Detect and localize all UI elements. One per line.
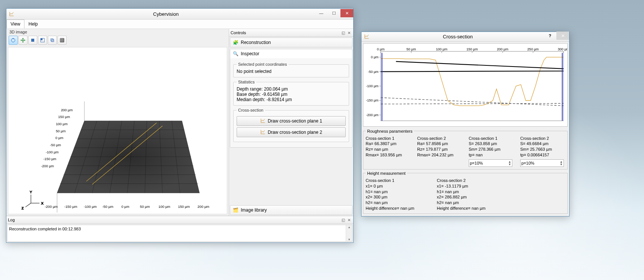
- controls-header[interactable]: Controls ◱ ✕: [229, 29, 353, 37]
- svg-text:-150 µm: -150 µm: [64, 205, 77, 209]
- log-header[interactable]: Log ◱ ✕: [6, 216, 353, 224]
- log-message: Reconstruction completed in 00:12.983: [9, 227, 81, 231]
- h-c2-h1: h1= nan µm: [437, 189, 485, 195]
- main-window: Cybervision — ☐ ✕ View Help 3D image: [6, 8, 354, 243]
- r-c2a-rmax: Rmax= 204.232 µm: [417, 152, 462, 158]
- maximize-button[interactable]: ☐: [328, 9, 340, 17]
- image-library-label: Image library: [241, 207, 267, 213]
- log-scrollbar[interactable]: [346, 225, 352, 241]
- h-c1-x2: x2= 300 µm: [366, 194, 414, 200]
- reconstruction-icon: 🧩: [232, 39, 238, 45]
- svg-rect-4: [51, 39, 53, 41]
- roughness-legend: Roughness paramenters: [366, 129, 414, 133]
- svg-text:200 µm: 200 µm: [197, 205, 210, 209]
- svg-text:50 µm: 50 µm: [407, 47, 416, 51]
- tool-copy-button[interactable]: [48, 36, 57, 45]
- group-statistics: Statistics Depth range: 200.064 µm Base …: [233, 80, 349, 106]
- svg-text:100 µm: 100 µm: [56, 122, 68, 126]
- tool-select-button[interactable]: [28, 36, 37, 45]
- r-c1a-ra: Ra= 66.3807 µm: [366, 141, 410, 147]
- dock-float-icon[interactable]: ◱: [340, 217, 346, 222]
- svg-text:-50 µm: -50 µm: [50, 143, 61, 147]
- svg-rect-5: [52, 39, 54, 42]
- svg-text:-200 µm: -200 µm: [366, 113, 378, 117]
- statistics-legend: Statistics: [237, 80, 256, 84]
- dock-float-icon[interactable]: ◱: [340, 30, 346, 35]
- svg-text:-50 µm: -50 µm: [368, 70, 378, 73]
- svg-text:-100 µm: -100 µm: [84, 205, 97, 209]
- svg-text:-150 µm: -150 µm: [43, 157, 56, 161]
- stat-base-depth: Base depth: -9.61458 µm: [237, 92, 346, 97]
- log-body[interactable]: Reconstruction completed in 00:12.983: [7, 225, 352, 242]
- chart-icon: [364, 33, 370, 39]
- svg-text:150 µm: 150 µm: [466, 47, 478, 51]
- r-c2b-s: S= 49.6684 µm: [520, 141, 565, 147]
- svg-text:Z: Z: [21, 206, 24, 210]
- close-button[interactable]: ✕: [340, 9, 353, 17]
- height-legend: Height measurement: [366, 171, 407, 176]
- cross-titlebar[interactable]: Cross-section ? ✕: [361, 32, 569, 42]
- r-c1b-title: Cross-section 1: [469, 136, 513, 141]
- svg-text:Y: Y: [30, 190, 32, 194]
- svg-text:0 µm: 0 µm: [122, 205, 129, 209]
- menu-help[interactable]: Help: [24, 20, 42, 29]
- spinner-icon[interactable]: ▲▼: [508, 160, 511, 166]
- svg-text:100 µm: 100 µm: [158, 205, 170, 209]
- menubar: View Help: [6, 20, 353, 29]
- reconstruction-label: Reconstruction: [241, 40, 271, 45]
- accordion-image-library[interactable]: 🗂️ Image library: [230, 205, 352, 215]
- accordion-reconstruction[interactable]: 🧩 Reconstruction: [230, 38, 352, 47]
- svg-text:200 µm: 200 µm: [497, 47, 508, 51]
- svg-text:150 µm: 150 µm: [58, 115, 70, 119]
- stat-depth-range: Depth range: 200.064 µm: [237, 86, 346, 92]
- draw-plane-2-button[interactable]: Draw cross-section plane 2: [237, 127, 346, 137]
- h-c2-h2: h2= nan µm: [437, 200, 485, 206]
- tool-texture-button[interactable]: [38, 36, 47, 45]
- close-button[interactable]: ✕: [556, 32, 569, 40]
- r-c2a-title: Cross-section 2: [417, 136, 462, 141]
- cross-section-window: Cross-section ? ✕ 0 µm50 µm100 µm150 µm2…: [361, 32, 570, 216]
- chart-icon: [260, 129, 266, 136]
- r-c2b-tp: tp= 0.00664157: [520, 152, 565, 158]
- accordion-inspector: 🔍 Inspector Selected point coordinates N…: [230, 49, 352, 148]
- main-titlebar[interactable]: Cybervision — ☐ ✕: [6, 9, 353, 20]
- menu-view[interactable]: View: [6, 20, 24, 29]
- svg-rect-3: [41, 38, 43, 40]
- image-library-icon: 🗂️: [232, 207, 238, 213]
- svg-text:50 µm: 50 µm: [140, 205, 150, 209]
- r-c1b-tp: tp= nan: [469, 152, 513, 158]
- tool-rotate-button[interactable]: [9, 36, 18, 45]
- 3d-image-title: 3D image: [6, 29, 229, 35]
- svg-rect-1: [31, 39, 34, 42]
- selected-point-legend: Selected point coordinates: [237, 62, 289, 67]
- dock-close-icon[interactable]: ✕: [346, 217, 352, 222]
- svg-text:X: X: [41, 201, 44, 205]
- svg-text:300 µm: 300 µm: [558, 47, 567, 51]
- dock-close-icon[interactable]: ✕: [346, 30, 352, 35]
- cross-section-plot[interactable]: 0 µm50 µm100 µm150 µm200 µm250 µm300 µm0…: [363, 43, 568, 127]
- p1-spinbox[interactable]: p=10% ▲▼: [469, 159, 512, 167]
- svg-text:50 µm: 50 µm: [56, 129, 65, 133]
- svg-line-52: [26, 203, 31, 207]
- tool-grid-button[interactable]: [58, 36, 67, 45]
- svg-text:-100 µm: -100 µm: [46, 150, 59, 154]
- p1-value: p=10%: [470, 160, 483, 166]
- help-button[interactable]: ?: [544, 32, 556, 40]
- selected-point-value: No point selected: [237, 69, 346, 74]
- spinner-icon[interactable]: ▲▼: [560, 160, 563, 166]
- inspector-header[interactable]: 🔍 Inspector: [230, 49, 352, 58]
- 3d-viewport[interactable]: 200 µm150 µm100 µm50 µm0 µm-50 µm-100 µm…: [8, 47, 227, 214]
- p2-spinbox[interactable]: p=10% ▲▼: [520, 159, 564, 167]
- svg-text:0 µm: 0 µm: [55, 136, 63, 140]
- 3d-toolbar: [6, 35, 229, 45]
- minimize-button[interactable]: —: [315, 9, 328, 17]
- svg-text:-200 µm: -200 µm: [41, 164, 54, 168]
- draw-plane-1-button[interactable]: Draw cross-section plane 1: [237, 116, 346, 126]
- r-c1a-rmax: Rmax= 183.956 µm: [366, 152, 410, 158]
- svg-text:200 µm: 200 µm: [61, 108, 73, 112]
- plot-svg: 0 µm50 µm100 µm150 µm200 µm250 µm300 µm0…: [363, 44, 567, 126]
- cross-section-legend: Cross-section: [237, 108, 265, 112]
- svg-text:100 µm: 100 µm: [436, 47, 447, 51]
- tool-pan-button[interactable]: [18, 36, 27, 45]
- draw-plane-1-label: Draw cross-section plane 1: [268, 118, 322, 124]
